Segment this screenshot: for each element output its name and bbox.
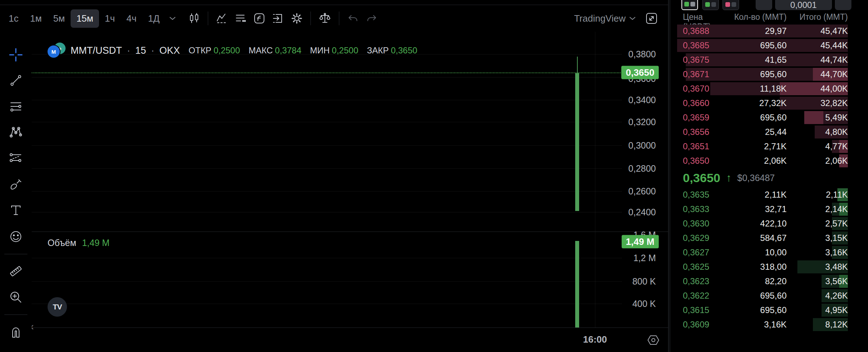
green-square <box>705 2 710 7</box>
qty-cell: 422,10 <box>724 219 787 229</box>
text-tool[interactable] <box>9 204 22 217</box>
last-price-usd: $0,36487 <box>737 173 775 183</box>
tick-size-select[interactable]: 0,0001 <box>775 0 832 10</box>
qty-cell: 25,44 <box>724 127 787 137</box>
orderbook-ask-row[interactable]: 0,365625,444,80K <box>674 125 848 139</box>
orderbook-ask-row[interactable]: 0,36502,06K2,06K <box>674 154 848 168</box>
orderbook-view-both-icon[interactable] <box>681 0 698 10</box>
zoom-in-tool[interactable] <box>9 290 23 304</box>
orderbook-bid-row[interactable]: 0,3622695,604,26K <box>674 289 848 303</box>
bar-replay-icon[interactable] <box>269 10 287 27</box>
settings-gear-icon[interactable] <box>287 10 306 27</box>
tradingview-watermark[interactable]: TV <box>48 297 67 317</box>
sidebar-collapse-icon[interactable]: ‹ <box>32 320 34 333</box>
total-cell: 2,57K <box>787 219 848 229</box>
time-axis[interactable]: 16:00 <box>32 327 668 352</box>
tick-size-value: 0,0001 <box>790 0 816 10</box>
gridline <box>32 304 622 304</box>
qty-cell: 695,60 <box>724 40 787 50</box>
price-cell: 0,3660 <box>674 98 724 108</box>
orderbook-view-asks-icon[interactable] <box>722 0 739 10</box>
undo-icon[interactable] <box>344 10 362 27</box>
orderbook-bid-row[interactable]: 0,36352,11K2,11K <box>674 188 848 202</box>
total-cell: 2,06K <box>787 156 848 166</box>
brush-tool[interactable] <box>9 177 23 192</box>
price-up-arrow-icon: ↑ <box>726 172 731 184</box>
timeframe-5m[interactable]: 5м <box>48 9 71 28</box>
fullscreen-icon[interactable] <box>641 9 662 28</box>
timeframe-1d[interactable]: 1Д <box>142 9 165 28</box>
last-price-badge: 0,3650 <box>621 66 659 79</box>
timeframe-4h[interactable]: 4ч <box>121 9 142 28</box>
qty-cell: 32,71 <box>724 204 787 214</box>
symbol-legend[interactable]: ◈ M MMT/USDT · 15 · OKX ОТКР0,2500 МАКС0… <box>47 43 417 58</box>
qty-cell: 10,00 <box>724 247 787 258</box>
orderbook-view-bids-icon[interactable] <box>702 0 719 10</box>
price-cell: 0,3615 <box>674 305 724 315</box>
axis-settings-icon[interactable] <box>646 333 661 347</box>
qty-cell: 584,67 <box>724 233 787 243</box>
symbol-interval: 15 <box>135 45 146 56</box>
volume-legend[interactable]: Объём 1,49 M <box>48 238 109 248</box>
compare-scales-icon[interactable] <box>315 9 335 27</box>
orderbook-bid-row[interactable]: 0,362710,003,16K <box>674 245 848 260</box>
chart-area[interactable]: 0,3800 0,3600 0,3400 0,3200 0,3000 0,280… <box>32 32 668 352</box>
orderbook-ask-row[interactable]: 0,366027,32K32,82K <box>674 96 848 110</box>
orderbook-ask-row[interactable]: 0,368829,9745,47K <box>674 24 848 38</box>
volume-value: 1,49 M <box>82 238 109 248</box>
orderbook-ask-row[interactable]: 0,367011,18K44,00K <box>674 82 848 96</box>
orderbook-ask-row[interactable]: 0,3671695,6044,70K <box>674 67 848 82</box>
total-cell: 3,15K <box>787 233 848 243</box>
projection-tool[interactable] <box>9 151 23 165</box>
fib-retracement-tool[interactable] <box>9 100 23 113</box>
total-cell: 44,00K <box>787 84 848 94</box>
total-cell: 44,70K <box>787 69 848 79</box>
tick-size-decrease-button[interactable] <box>756 0 772 10</box>
magnet-tool[interactable] <box>9 325 23 339</box>
qty-cell: 82,20 <box>724 276 787 286</box>
ruler-tool[interactable] <box>8 264 23 279</box>
orderbook-ask-row[interactable]: 0,367541,6544,74K <box>674 53 848 67</box>
total-cell: 3,56K <box>787 276 848 286</box>
financials-fx-icon[interactable] <box>250 10 269 27</box>
orderbook-bid-row[interactable]: 0,3625318,003,48K <box>674 260 848 274</box>
time-axis-label: 16:00 <box>583 334 607 345</box>
gridline <box>32 281 622 282</box>
qty-cell: 318,00 <box>724 262 787 272</box>
gray-square <box>690 2 695 6</box>
price-cell: 0,3688 <box>674 26 724 36</box>
candle-style-icon[interactable] <box>185 10 203 27</box>
orderbook-ask-row[interactable]: 0,3659695,605,49K <box>674 110 848 125</box>
timeframe-1m[interactable]: 1м <box>24 9 47 28</box>
price-cell: 0,3627 <box>674 247 724 258</box>
emoji-tool[interactable] <box>9 229 23 244</box>
price-cell: 0,3651 <box>674 141 724 151</box>
provider-menu[interactable]: TradingView <box>574 13 636 24</box>
orderbook-bid-row[interactable]: 0,3630422,102,57K <box>674 216 848 231</box>
timeframe-1s[interactable]: 1с <box>3 9 24 28</box>
qty-cell: 695,60 <box>724 113 787 123</box>
indicators-icon[interactable] <box>212 10 231 27</box>
orderbook-bid-row[interactable]: 0,362382,203,56K <box>674 274 848 289</box>
total-cell: 8,12K <box>787 320 848 330</box>
redo-icon[interactable] <box>362 10 381 27</box>
orderbook-ask-row[interactable]: 0,3685695,6045,44K <box>674 38 848 53</box>
total-cell: 45,44K <box>787 40 848 50</box>
trend-line-tool[interactable] <box>9 74 22 87</box>
orderbook-ask-row[interactable]: 0,36512,71K4,77K <box>674 139 848 154</box>
qty-cell: 695,60 <box>724 69 787 79</box>
xabcd-pattern-tool[interactable] <box>9 125 23 139</box>
orderbook-bid-row[interactable]: 0,3629584,673,15K <box>674 231 848 245</box>
tick-size-increase-button[interactable] <box>835 0 851 10</box>
orderbook-bid-row[interactable]: 0,363332,712,14K <box>674 202 848 216</box>
timeframe-15m[interactable]: 15м <box>71 9 99 28</box>
timeframe-menu-chevron-icon[interactable] <box>165 13 180 23</box>
indicator-templates-icon[interactable] <box>231 10 250 27</box>
orderbook-bid-row[interactable]: 0,36093,16K8,12K <box>674 317 848 332</box>
crosshair-tool[interactable] <box>9 48 23 62</box>
total-cell: 4,26K <box>787 291 848 301</box>
orderbook-bid-row[interactable]: 0,3615695,604,95K <box>674 303 848 317</box>
last-trade-row[interactable]: 0,3650 ↑ $0,36487 <box>674 168 848 188</box>
pane-separator[interactable] <box>32 232 668 232</box>
timeframe-1h[interactable]: 1ч <box>99 9 121 28</box>
